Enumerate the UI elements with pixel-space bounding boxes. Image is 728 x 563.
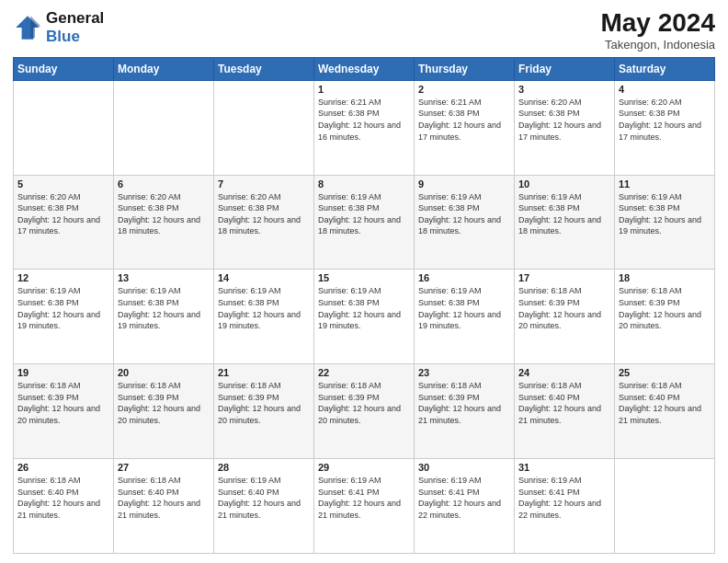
col-thursday: Thursday xyxy=(415,57,515,80)
day-number: 1 xyxy=(318,84,410,95)
day-number: 30 xyxy=(418,462,510,473)
header: General Blue May 2024 Takengon, Indonesi… xyxy=(13,9,715,52)
calendar-cell: 21Sunrise: 6:18 AM Sunset: 6:39 PM Dayli… xyxy=(214,364,314,459)
calendar-cell: 8Sunrise: 6:19 AM Sunset: 6:38 PM Daylig… xyxy=(314,175,415,270)
day-info: Sunrise: 6:21 AM Sunset: 6:38 PM Dayligh… xyxy=(318,97,410,143)
calendar-week-row: 12Sunrise: 6:19 AM Sunset: 6:38 PM Dayli… xyxy=(14,270,715,364)
calendar-cell: 11Sunrise: 6:19 AM Sunset: 6:38 PM Dayli… xyxy=(615,175,715,270)
day-number: 4 xyxy=(619,84,711,95)
calendar-cell: 2Sunrise: 6:21 AM Sunset: 6:38 PM Daylig… xyxy=(415,80,515,175)
day-number: 5 xyxy=(17,178,109,190)
day-number: 14 xyxy=(218,272,310,283)
day-number: 9 xyxy=(418,178,510,190)
calendar-cell: 29Sunrise: 6:19 AM Sunset: 6:41 PM Dayli… xyxy=(314,459,415,554)
day-info: Sunrise: 6:18 AM Sunset: 6:39 PM Dayligh… xyxy=(218,380,310,426)
day-number: 23 xyxy=(418,367,510,378)
calendar-cell: 12Sunrise: 6:19 AM Sunset: 6:38 PM Dayli… xyxy=(14,270,114,364)
calendar-cell: 19Sunrise: 6:18 AM Sunset: 6:39 PM Dayli… xyxy=(14,364,114,459)
calendar-cell: 13Sunrise: 6:19 AM Sunset: 6:38 PM Dayli… xyxy=(114,270,214,364)
calendar-week-row: 1Sunrise: 6:21 AM Sunset: 6:38 PM Daylig… xyxy=(14,80,715,175)
calendar-cell: 14Sunrise: 6:19 AM Sunset: 6:38 PM Dayli… xyxy=(214,270,314,364)
day-number: 22 xyxy=(318,367,410,378)
day-info: Sunrise: 6:19 AM Sunset: 6:40 PM Dayligh… xyxy=(218,475,310,521)
day-number: 27 xyxy=(118,462,210,473)
col-friday: Friday xyxy=(515,57,615,80)
day-info: Sunrise: 6:18 AM Sunset: 6:40 PM Dayligh… xyxy=(518,380,610,426)
day-number: 25 xyxy=(619,367,711,378)
col-saturday: Saturday xyxy=(615,57,715,80)
day-info: Sunrise: 6:18 AM Sunset: 6:39 PM Dayligh… xyxy=(619,285,711,331)
day-info: Sunrise: 6:18 AM Sunset: 6:40 PM Dayligh… xyxy=(17,475,109,521)
svg-marker-0 xyxy=(16,16,40,40)
day-number: 24 xyxy=(518,367,610,378)
day-info: Sunrise: 6:19 AM Sunset: 6:38 PM Dayligh… xyxy=(218,285,310,331)
calendar-week-row: 26Sunrise: 6:18 AM Sunset: 6:40 PM Dayli… xyxy=(14,459,715,554)
col-monday: Monday xyxy=(114,57,214,80)
calendar-week-row: 19Sunrise: 6:18 AM Sunset: 6:39 PM Dayli… xyxy=(14,364,715,459)
logo-text: General Blue xyxy=(46,9,104,45)
day-info: Sunrise: 6:19 AM Sunset: 6:41 PM Dayligh… xyxy=(518,475,610,521)
day-number: 28 xyxy=(218,462,310,473)
day-number: 21 xyxy=(218,367,310,378)
day-number: 12 xyxy=(17,272,109,283)
calendar-cell: 31Sunrise: 6:19 AM Sunset: 6:41 PM Dayli… xyxy=(515,459,615,554)
calendar-cell xyxy=(14,80,114,175)
day-info: Sunrise: 6:19 AM Sunset: 6:38 PM Dayligh… xyxy=(518,191,610,237)
calendar-cell: 1Sunrise: 6:21 AM Sunset: 6:38 PM Daylig… xyxy=(314,80,415,175)
month-title: May 2024 xyxy=(600,9,715,38)
day-info: Sunrise: 6:18 AM Sunset: 6:39 PM Dayligh… xyxy=(118,380,210,426)
calendar-table: Sunday Monday Tuesday Wednesday Thursday… xyxy=(13,57,715,554)
day-info: Sunrise: 6:18 AM Sunset: 6:40 PM Dayligh… xyxy=(619,380,711,426)
calendar-cell: 27Sunrise: 6:18 AM Sunset: 6:40 PM Dayli… xyxy=(114,459,214,554)
calendar-cell: 26Sunrise: 6:18 AM Sunset: 6:40 PM Dayli… xyxy=(14,459,114,554)
day-info: Sunrise: 6:19 AM Sunset: 6:38 PM Dayligh… xyxy=(17,285,109,331)
day-info: Sunrise: 6:19 AM Sunset: 6:38 PM Dayligh… xyxy=(118,285,210,331)
day-info: Sunrise: 6:19 AM Sunset: 6:38 PM Dayligh… xyxy=(619,191,711,237)
calendar-header-row: Sunday Monday Tuesday Wednesday Thursday… xyxy=(14,57,715,80)
day-info: Sunrise: 6:19 AM Sunset: 6:38 PM Dayligh… xyxy=(318,191,410,237)
col-tuesday: Tuesday xyxy=(214,57,314,80)
calendar-cell: 25Sunrise: 6:18 AM Sunset: 6:40 PM Dayli… xyxy=(615,364,715,459)
calendar-cell: 3Sunrise: 6:20 AM Sunset: 6:38 PM Daylig… xyxy=(515,80,615,175)
day-number: 17 xyxy=(518,272,610,283)
day-info: Sunrise: 6:20 AM Sunset: 6:38 PM Dayligh… xyxy=(518,97,610,143)
calendar-cell: 22Sunrise: 6:18 AM Sunset: 6:39 PM Dayli… xyxy=(314,364,415,459)
calendar-cell: 7Sunrise: 6:20 AM Sunset: 6:38 PM Daylig… xyxy=(214,175,314,270)
calendar-cell: 24Sunrise: 6:18 AM Sunset: 6:40 PM Dayli… xyxy=(515,364,615,459)
day-number: 19 xyxy=(17,367,109,378)
day-number: 3 xyxy=(518,84,610,95)
day-info: Sunrise: 6:19 AM Sunset: 6:38 PM Dayligh… xyxy=(418,191,510,237)
calendar-cell: 17Sunrise: 6:18 AM Sunset: 6:39 PM Dayli… xyxy=(515,270,615,364)
day-number: 26 xyxy=(17,462,109,473)
day-number: 10 xyxy=(518,178,610,190)
day-info: Sunrise: 6:19 AM Sunset: 6:38 PM Dayligh… xyxy=(418,285,510,331)
day-info: Sunrise: 6:20 AM Sunset: 6:38 PM Dayligh… xyxy=(218,191,310,237)
calendar-cell xyxy=(214,80,314,175)
calendar-cell: 28Sunrise: 6:19 AM Sunset: 6:40 PM Dayli… xyxy=(214,459,314,554)
day-info: Sunrise: 6:20 AM Sunset: 6:38 PM Dayligh… xyxy=(17,191,109,237)
day-info: Sunrise: 6:20 AM Sunset: 6:38 PM Dayligh… xyxy=(118,191,210,237)
calendar-cell: 10Sunrise: 6:19 AM Sunset: 6:38 PM Dayli… xyxy=(515,175,615,270)
day-number: 29 xyxy=(318,462,410,473)
calendar-cell: 30Sunrise: 6:19 AM Sunset: 6:41 PM Dayli… xyxy=(415,459,515,554)
day-number: 8 xyxy=(318,178,410,190)
logo-icon xyxy=(13,13,42,42)
day-number: 16 xyxy=(418,272,510,283)
calendar-cell: 5Sunrise: 6:20 AM Sunset: 6:38 PM Daylig… xyxy=(14,175,114,270)
header-right: May 2024 Takengon, Indonesia xyxy=(600,9,715,52)
day-info: Sunrise: 6:18 AM Sunset: 6:39 PM Dayligh… xyxy=(17,380,109,426)
day-number: 18 xyxy=(619,272,711,283)
day-number: 7 xyxy=(218,178,310,190)
day-info: Sunrise: 6:18 AM Sunset: 6:39 PM Dayligh… xyxy=(318,380,410,426)
day-number: 2 xyxy=(418,84,510,95)
calendar-cell: 20Sunrise: 6:18 AM Sunset: 6:39 PM Dayli… xyxy=(114,364,214,459)
logo: General Blue xyxy=(13,9,104,45)
day-info: Sunrise: 6:18 AM Sunset: 6:40 PM Dayligh… xyxy=(118,475,210,521)
calendar-cell: 4Sunrise: 6:20 AM Sunset: 6:38 PM Daylig… xyxy=(615,80,715,175)
day-number: 11 xyxy=(619,178,711,190)
day-number: 15 xyxy=(318,272,410,283)
calendar-cell: 23Sunrise: 6:18 AM Sunset: 6:39 PM Dayli… xyxy=(415,364,515,459)
day-info: Sunrise: 6:19 AM Sunset: 6:38 PM Dayligh… xyxy=(318,285,410,331)
day-info: Sunrise: 6:20 AM Sunset: 6:38 PM Dayligh… xyxy=(619,97,711,143)
calendar-week-row: 5Sunrise: 6:20 AM Sunset: 6:38 PM Daylig… xyxy=(14,175,715,270)
